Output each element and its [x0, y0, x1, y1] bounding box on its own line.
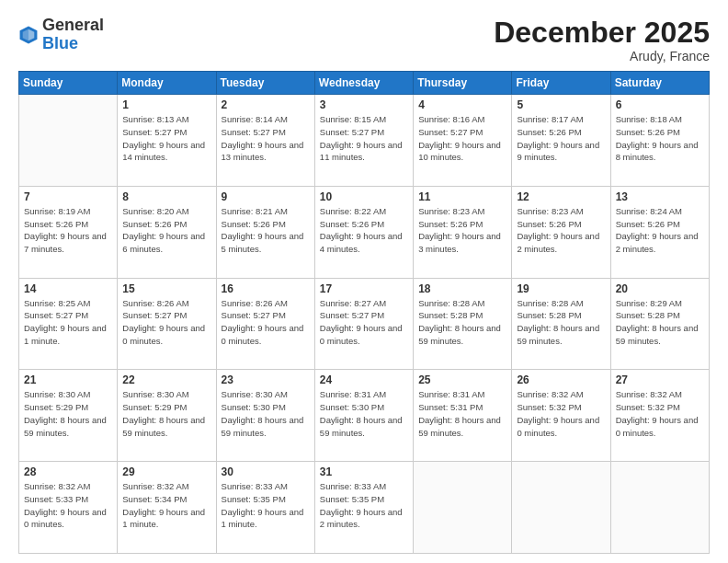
calendar-cell: 4Sunrise: 8:16 AM Sunset: 5:27 PM Daylig…	[414, 95, 512, 187]
day-info: Sunrise: 8:32 AM Sunset: 5:33 PM Dayligh…	[24, 480, 112, 531]
calendar-cell: 2Sunrise: 8:14 AM Sunset: 5:27 PM Daylig…	[216, 95, 314, 187]
day-number: 15	[122, 282, 210, 295]
calendar-week-4: 28Sunrise: 8:32 AM Sunset: 5:33 PM Dayli…	[19, 462, 710, 554]
day-info: Sunrise: 8:25 AM Sunset: 5:27 PM Dayligh…	[24, 297, 112, 348]
day-info: Sunrise: 8:24 AM Sunset: 5:26 PM Dayligh…	[616, 205, 704, 256]
calendar-cell: 13Sunrise: 8:24 AM Sunset: 5:26 PM Dayli…	[610, 186, 709, 278]
calendar-cell: 1Sunrise: 8:13 AM Sunset: 5:27 PM Daylig…	[118, 95, 216, 187]
day-info: Sunrise: 8:28 AM Sunset: 5:28 PM Dayligh…	[418, 297, 506, 348]
day-number: 9	[222, 190, 310, 203]
calendar-week-3: 21Sunrise: 8:30 AM Sunset: 5:29 PM Dayli…	[19, 370, 710, 462]
calendar-cell: 28Sunrise: 8:32 AM Sunset: 5:33 PM Dayli…	[19, 462, 118, 554]
calendar-cell: 22Sunrise: 8:30 AM Sunset: 5:29 PM Dayli…	[118, 370, 216, 462]
day-number: 11	[418, 190, 506, 203]
day-number: 26	[517, 373, 605, 386]
calendar-table: SundayMondayTuesdayWednesdayThursdayFrid…	[18, 71, 710, 554]
day-info: Sunrise: 8:30 AM Sunset: 5:29 PM Dayligh…	[122, 388, 210, 439]
day-number: 31	[320, 465, 408, 478]
day-number: 7	[24, 190, 112, 203]
day-number: 16	[222, 282, 310, 295]
day-number: 25	[418, 373, 506, 386]
calendar-cell: 8Sunrise: 8:20 AM Sunset: 5:26 PM Daylig…	[118, 186, 216, 278]
calendar-cell: 18Sunrise: 8:28 AM Sunset: 5:28 PM Dayli…	[414, 278, 512, 370]
calendar-cell: 29Sunrise: 8:32 AM Sunset: 5:34 PM Dayli…	[118, 462, 216, 554]
day-info: Sunrise: 8:33 AM Sunset: 5:35 PM Dayligh…	[222, 480, 310, 531]
day-info: Sunrise: 8:33 AM Sunset: 5:35 PM Dayligh…	[320, 480, 408, 531]
day-info: Sunrise: 8:31 AM Sunset: 5:31 PM Dayligh…	[418, 388, 506, 439]
day-info: Sunrise: 8:27 AM Sunset: 5:27 PM Dayligh…	[320, 297, 408, 348]
day-info: Sunrise: 8:23 AM Sunset: 5:26 PM Dayligh…	[418, 205, 506, 256]
day-number: 21	[24, 373, 112, 386]
calendar-cell: 25Sunrise: 8:31 AM Sunset: 5:31 PM Dayli…	[414, 370, 512, 462]
day-number: 10	[320, 190, 408, 203]
calendar-cell: 27Sunrise: 8:32 AM Sunset: 5:32 PM Dayli…	[610, 370, 709, 462]
calendar-week-2: 14Sunrise: 8:25 AM Sunset: 5:27 PM Dayli…	[19, 278, 710, 370]
day-info: Sunrise: 8:13 AM Sunset: 5:27 PM Dayligh…	[122, 113, 210, 164]
day-info: Sunrise: 8:15 AM Sunset: 5:27 PM Dayligh…	[320, 113, 408, 164]
calendar-cell: 15Sunrise: 8:26 AM Sunset: 5:27 PM Dayli…	[118, 278, 216, 370]
calendar-cell: 10Sunrise: 8:22 AM Sunset: 5:26 PM Dayli…	[314, 186, 413, 278]
day-number: 28	[24, 465, 112, 478]
day-number: 12	[517, 190, 605, 203]
title-block: December 2025 Arudy, France	[494, 17, 710, 63]
day-number: 1	[122, 98, 210, 111]
calendar-cell: 3Sunrise: 8:15 AM Sunset: 5:27 PM Daylig…	[314, 95, 413, 187]
weekday-row: SundayMondayTuesdayWednesdayThursdayFrid…	[19, 72, 710, 95]
day-info: Sunrise: 8:29 AM Sunset: 5:28 PM Dayligh…	[616, 297, 704, 348]
weekday-header-saturday: Saturday	[610, 72, 709, 95]
page: General Blue December 2025 Arudy, France…	[0, 0, 728, 563]
day-number: 14	[24, 282, 112, 295]
day-number: 5	[517, 98, 605, 111]
day-number: 2	[222, 98, 310, 111]
day-info: Sunrise: 8:32 AM Sunset: 5:32 PM Dayligh…	[517, 388, 605, 439]
calendar-cell: 7Sunrise: 8:19 AM Sunset: 5:26 PM Daylig…	[19, 186, 118, 278]
calendar-header: SundayMondayTuesdayWednesdayThursdayFrid…	[19, 72, 710, 95]
day-number: 13	[616, 190, 704, 203]
day-info: Sunrise: 8:23 AM Sunset: 5:26 PM Dayligh…	[517, 205, 605, 256]
calendar-cell: 14Sunrise: 8:25 AM Sunset: 5:27 PM Dayli…	[19, 278, 118, 370]
logo-text: General Blue	[42, 17, 104, 53]
calendar-cell	[414, 462, 512, 554]
calendar-cell: 11Sunrise: 8:23 AM Sunset: 5:26 PM Dayli…	[414, 186, 512, 278]
weekday-header-wednesday: Wednesday	[314, 72, 413, 95]
calendar-cell: 26Sunrise: 8:32 AM Sunset: 5:32 PM Dayli…	[512, 370, 610, 462]
day-number: 30	[222, 465, 310, 478]
day-number: 18	[418, 282, 506, 295]
day-info: Sunrise: 8:19 AM Sunset: 5:26 PM Dayligh…	[24, 205, 112, 256]
calendar-cell: 9Sunrise: 8:21 AM Sunset: 5:26 PM Daylig…	[216, 186, 314, 278]
weekday-header-monday: Monday	[118, 72, 216, 95]
day-info: Sunrise: 8:21 AM Sunset: 5:26 PM Dayligh…	[222, 205, 310, 256]
calendar-cell: 5Sunrise: 8:17 AM Sunset: 5:26 PM Daylig…	[512, 95, 610, 187]
calendar-cell: 19Sunrise: 8:28 AM Sunset: 5:28 PM Dayli…	[512, 278, 610, 370]
calendar-cell: 24Sunrise: 8:31 AM Sunset: 5:30 PM Dayli…	[314, 370, 413, 462]
day-info: Sunrise: 8:17 AM Sunset: 5:26 PM Dayligh…	[517, 113, 605, 164]
day-info: Sunrise: 8:18 AM Sunset: 5:26 PM Dayligh…	[616, 113, 704, 164]
calendar-body: 1Sunrise: 8:13 AM Sunset: 5:27 PM Daylig…	[19, 95, 710, 554]
weekday-header-tuesday: Tuesday	[216, 72, 314, 95]
logo-general-text: General	[42, 16, 104, 34]
calendar-cell: 17Sunrise: 8:27 AM Sunset: 5:27 PM Dayli…	[314, 278, 413, 370]
day-number: 24	[320, 373, 408, 386]
day-info: Sunrise: 8:26 AM Sunset: 5:27 PM Dayligh…	[122, 297, 210, 348]
day-info: Sunrise: 8:31 AM Sunset: 5:30 PM Dayligh…	[320, 388, 408, 439]
calendar-cell: 20Sunrise: 8:29 AM Sunset: 5:28 PM Dayli…	[610, 278, 709, 370]
day-number: 29	[122, 465, 210, 478]
weekday-header-friday: Friday	[512, 72, 610, 95]
day-number: 17	[320, 282, 408, 295]
calendar-cell: 16Sunrise: 8:26 AM Sunset: 5:27 PM Dayli…	[216, 278, 314, 370]
calendar-cell	[610, 462, 709, 554]
day-info: Sunrise: 8:20 AM Sunset: 5:26 PM Dayligh…	[122, 205, 210, 256]
day-info: Sunrise: 8:30 AM Sunset: 5:30 PM Dayligh…	[222, 388, 310, 439]
day-info: Sunrise: 8:28 AM Sunset: 5:28 PM Dayligh…	[517, 297, 605, 348]
calendar-week-0: 1Sunrise: 8:13 AM Sunset: 5:27 PM Daylig…	[19, 95, 710, 187]
calendar-cell: 23Sunrise: 8:30 AM Sunset: 5:30 PM Dayli…	[216, 370, 314, 462]
calendar-cell	[19, 95, 118, 187]
day-info: Sunrise: 8:22 AM Sunset: 5:26 PM Dayligh…	[320, 205, 408, 256]
day-number: 22	[122, 373, 210, 386]
calendar-week-1: 7Sunrise: 8:19 AM Sunset: 5:26 PM Daylig…	[19, 186, 710, 278]
day-number: 27	[616, 373, 704, 386]
day-info: Sunrise: 8:16 AM Sunset: 5:27 PM Dayligh…	[418, 113, 506, 164]
logo-blue-text: Blue	[42, 34, 78, 52]
calendar-cell: 12Sunrise: 8:23 AM Sunset: 5:26 PM Dayli…	[512, 186, 610, 278]
day-info: Sunrise: 8:30 AM Sunset: 5:29 PM Dayligh…	[24, 388, 112, 439]
